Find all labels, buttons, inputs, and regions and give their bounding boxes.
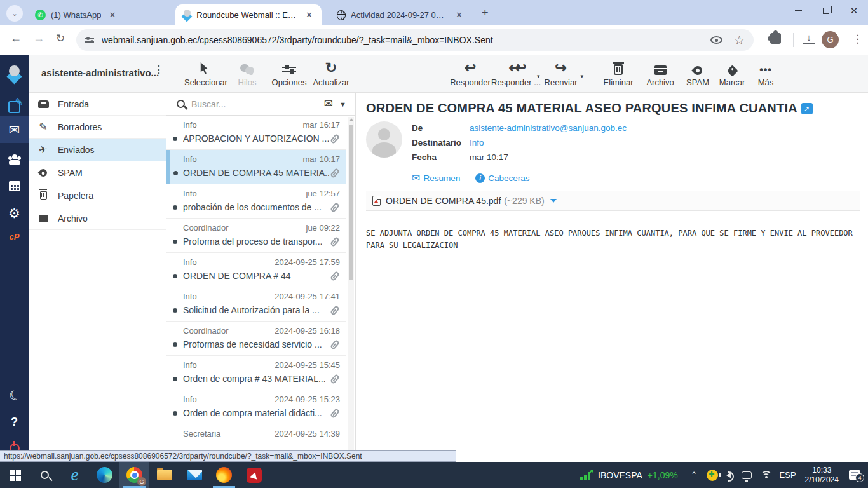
from-address-link[interactable]: asistente-administrativo@sanjuan.gob.ec xyxy=(470,123,627,133)
message-row[interactable]: Coordinadorjue 09:22 Proforma del proces… xyxy=(166,219,346,253)
threads-button[interactable]: Hilos xyxy=(226,58,268,87)
stock-chart-icon[interactable] xyxy=(580,470,593,480)
profile-avatar[interactable]: G xyxy=(822,31,839,48)
cpanel-icon: cP xyxy=(10,232,20,241)
bookmark-star-icon[interactable]: ☆ xyxy=(734,33,745,48)
rail-mail[interactable]: ✉ xyxy=(0,116,29,143)
list-scrollbar[interactable] xyxy=(348,117,354,460)
account-menu-icon[interactable]: ⋮ xyxy=(153,63,164,76)
tab-close-icon[interactable]: ✕ xyxy=(106,9,118,21)
search-input[interactable] xyxy=(191,99,324,109)
message-row[interactable]: Infomar 16:17 APROBACION Y AUTORIZACION … xyxy=(166,116,346,150)
message-row[interactable]: Infojue 12:57 probación de los documento… xyxy=(166,184,346,219)
taskbar-search[interactable] xyxy=(30,462,60,488)
downloads-icon[interactable]: ↓ xyxy=(803,32,815,44)
options-button[interactable]: Opciones xyxy=(268,58,310,87)
start-button[interactable] xyxy=(0,462,30,488)
speaker-icon[interactable] xyxy=(726,472,731,478)
rail-help[interactable]: ? xyxy=(0,409,29,435)
reply-all-icon: ↩↩ xyxy=(491,58,538,75)
rail-settings[interactable]: ⚙ xyxy=(0,200,29,226)
new-tab-button[interactable]: + xyxy=(482,6,489,20)
message-row[interactable]: Info2024-09-25 17:41 Solicitud de Autori… xyxy=(166,287,346,322)
close-button[interactable]: ✕ xyxy=(840,0,868,22)
display-icon[interactable] xyxy=(742,471,752,479)
tab-search-button[interactable]: ⌄ xyxy=(6,5,23,22)
minimize-button[interactable] xyxy=(784,0,812,22)
tab-close-icon[interactable]: ✕ xyxy=(453,9,465,21)
url-text[interactable]: webmail.sanjuan.gob.ec/cpsess8086906572/… xyxy=(102,35,710,45)
open-in-new-window-icon[interactable]: ➚ xyxy=(801,103,813,114)
scrollbar-thumb[interactable] xyxy=(349,125,353,280)
language-indicator[interactable]: ESP xyxy=(780,470,796,480)
summary-link[interactable]: Resumen xyxy=(423,173,460,183)
select-button[interactable]: Seleccionar xyxy=(184,58,226,87)
back-icon[interactable]: ← xyxy=(10,32,22,45)
sidebar-item-borradores[interactable]: ✎ Borradores xyxy=(29,116,166,139)
browser-menu-icon[interactable]: ⋮ xyxy=(852,32,863,46)
roundcube-logo[interactable] xyxy=(0,61,29,86)
extensions-icon[interactable] xyxy=(770,33,781,44)
forward-icon[interactable]: → xyxy=(33,32,44,45)
tune-icon[interactable] xyxy=(85,36,94,44)
stock-ticker-change[interactable]: +1,09% xyxy=(648,470,678,480)
tab-actividad[interactable]: Actividad 2024-09-27 08:00:00 ✕ xyxy=(330,4,471,25)
search-scope-mail-icon[interactable]: ✉ xyxy=(324,97,333,111)
address-bar[interactable]: webmail.sanjuan.gob.ec/cpsess8086906572/… xyxy=(76,29,754,51)
forward-button[interactable]: ↪ Reenviar xyxy=(540,58,582,87)
headers-link[interactable]: Cabeceras xyxy=(488,173,529,183)
archive-button[interactable]: Archivo xyxy=(639,58,681,87)
to-address-link[interactable]: Info xyxy=(470,138,484,147)
rail-calendar[interactable] xyxy=(0,173,29,199)
more-button[interactable]: ••• Más xyxy=(750,58,782,87)
message-rows: Infomar 16:17 APROBACION Y AUTORIZACION … xyxy=(166,116,346,459)
message-row[interactable]: Coordinador2024-09-25 16:18 Proformas de… xyxy=(166,322,346,356)
scroll-up-icon[interactable] xyxy=(349,118,353,121)
mark-button[interactable]: Marcar xyxy=(714,58,750,87)
rail-compose[interactable] xyxy=(0,94,29,119)
reply-all-button[interactable]: ↩↩ Responder ... xyxy=(491,58,538,87)
taskbar-internet-explorer[interactable]: e xyxy=(60,462,90,488)
clock[interactable]: 10:33 2/10/2024 xyxy=(805,466,839,485)
reply-button[interactable]: ↩ Responder xyxy=(449,58,491,87)
attachment-menu-icon[interactable] xyxy=(550,199,557,203)
message-row[interactable]: Info2024-09-25 15:23 Orden de compra mat… xyxy=(166,390,346,424)
rail-cpanel[interactable]: cP xyxy=(0,224,29,249)
message-row[interactable]: Info2024-09-25 15:45 Orden de compra # 4… xyxy=(166,356,346,390)
message-row[interactable]: Info2024-09-25 17:59 ORDEN DE COMPRA # 4… xyxy=(166,253,346,287)
message-row-selected[interactable]: Infomar 10:17 ORDEN DE COMPRA 45 MATERIA… xyxy=(166,150,346,184)
spam-button[interactable]: SPAM xyxy=(681,58,714,87)
wifi-icon[interactable] xyxy=(761,471,772,480)
sidebar-item-papelera[interactable]: Papelera xyxy=(29,184,166,207)
taskbar-acrobat[interactable] xyxy=(239,462,269,488)
search-icon[interactable] xyxy=(177,100,185,108)
chevron-down-icon[interactable]: ▼ xyxy=(339,100,346,108)
notification-center-icon[interactable]: 4 xyxy=(849,470,860,480)
rail-contacts[interactable] xyxy=(0,147,29,172)
forward-caret-icon[interactable]: ▾ xyxy=(581,73,584,79)
tray-expand-icon[interactable]: ⌃ xyxy=(691,470,698,480)
reload-icon[interactable]: ↻ xyxy=(56,32,65,45)
taskbar-firefox[interactable] xyxy=(209,462,239,488)
tab-whatsapp[interactable]: ✆ (1) WhatsApp ✕ xyxy=(29,4,170,25)
refresh-button[interactable]: ↻ Actualizar xyxy=(310,58,352,87)
taskbar-mail[interactable] xyxy=(179,462,209,488)
rail-dark-mode[interactable]: ☾ xyxy=(0,383,29,408)
currency-widget-icon[interactable] xyxy=(707,470,718,481)
preview-eye-icon[interactable] xyxy=(710,36,722,44)
sidebar-item-entrada[interactable]: Entrada xyxy=(29,93,166,116)
subject: ORDEN DE COMPRA # 44 xyxy=(183,271,329,281)
tab-close-icon[interactable]: ✕ xyxy=(303,9,315,21)
attachment-name[interactable]: ORDEN DE COMPRA 45.pdf xyxy=(386,196,501,206)
sidebar-item-enviados[interactable]: ✈ Enviados xyxy=(29,139,166,161)
stock-ticker-name[interactable]: IBOVESPA xyxy=(598,470,642,480)
sidebar-item-spam[interactable]: SPAM xyxy=(29,161,166,184)
tab-roundcube[interactable]: Roundcube Webmail :: Enviados ✕ xyxy=(175,4,322,25)
taskbar-chrome[interactable]: G xyxy=(119,462,149,488)
delete-button[interactable]: Eliminar xyxy=(597,58,639,87)
taskbar-edge[interactable] xyxy=(90,462,119,488)
attachment-bar[interactable]: ORDEN DE COMPRA 45.pdf (~229 KB) xyxy=(366,191,860,211)
sidebar-item-archivo[interactable]: Archivo xyxy=(29,207,166,230)
restore-button[interactable] xyxy=(812,0,840,22)
taskbar-file-explorer[interactable] xyxy=(149,462,179,488)
